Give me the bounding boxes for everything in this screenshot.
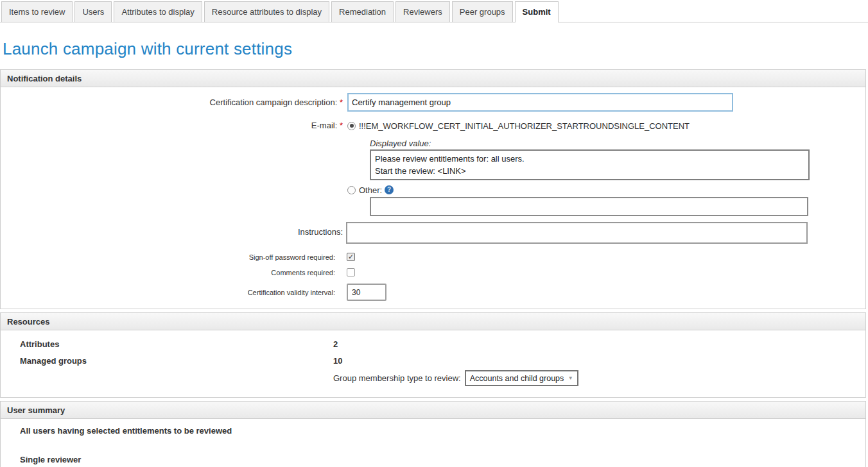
managed-groups-count: 10 xyxy=(333,355,578,367)
membership-type-label: Group membership type to review: xyxy=(333,373,461,383)
membership-type-select[interactable]: Accounts and child groups ▼ xyxy=(465,370,578,386)
email-template-name: !!!EM_WORKFLOW_CERT_INITIAL_AUTHORIZER_S… xyxy=(359,121,690,131)
email-template-option[interactable]: !!!EM_WORKFLOW_CERT_INITIAL_AUTHORIZER_S… xyxy=(347,119,810,132)
notification-details-header: Notification details xyxy=(1,69,865,87)
required-asterisk: * xyxy=(340,98,343,107)
resources-section: Resources Attributes 2 Managed groups 10… xyxy=(0,312,866,398)
options-subform: Sign-off password required: ✓ Comments r… xyxy=(1,253,865,301)
managed-groups-detail: 10 Group membership type to review: Acco… xyxy=(333,355,578,386)
email-template-radio[interactable] xyxy=(347,122,356,130)
user-summary-reviewer: Single reviewer xyxy=(20,455,865,464)
tab-users[interactable]: Users xyxy=(74,1,112,22)
signoff-password-label: Sign-off password required: xyxy=(1,253,335,261)
email-row: E-mail: * !!!EM_WORKFLOW_CERT_INITIAL_AU… xyxy=(1,119,865,216)
campaign-description-row: Certification campaign description: * xyxy=(1,93,865,112)
campaign-description-input[interactable] xyxy=(347,93,733,112)
tab-reviewers[interactable]: Reviewers xyxy=(395,1,450,22)
user-summary-scope: All users having selected entitlements t… xyxy=(20,426,865,436)
tab-submit[interactable]: Submit xyxy=(515,1,559,22)
label-text: E-mail: xyxy=(311,121,337,130)
email-label: E-mail: * xyxy=(1,119,347,132)
displayed-value-textarea[interactable]: Please review entitlements for: all user… xyxy=(370,149,810,180)
managed-groups-row: Managed groups 10 Group membership type … xyxy=(1,355,865,386)
attributes-name: Attributes xyxy=(1,339,333,350)
label-text: Certification campaign description: xyxy=(210,98,338,107)
signoff-password-checkbox[interactable]: ✓ xyxy=(347,253,355,261)
tab-peer-groups[interactable]: Peer groups xyxy=(452,1,513,22)
required-asterisk: * xyxy=(340,121,343,130)
email-other-label: Other: xyxy=(359,185,382,195)
tab-resource-attributes-to-display[interactable]: Resource attributes to display xyxy=(204,1,329,22)
label-text: Instructions: xyxy=(298,227,343,237)
attributes-count: 2 xyxy=(333,339,338,350)
validity-interval-label: Certification validity interval: xyxy=(1,289,335,296)
tab-items-to-review[interactable]: Items to review xyxy=(1,1,73,22)
user-summary-header: User summary xyxy=(1,401,865,419)
validity-interval-row: Certification validity interval: xyxy=(1,284,865,301)
email-options: !!!EM_WORKFLOW_CERT_INITIAL_AUTHORIZER_S… xyxy=(347,119,810,216)
notification-details-section: Notification details Certification campa… xyxy=(0,69,866,309)
section-title: Notification details xyxy=(7,74,82,83)
tab-remediation[interactable]: Remediation xyxy=(331,1,394,22)
email-other-radio[interactable] xyxy=(347,186,356,194)
tab-bar: Items to review Users Attributes to disp… xyxy=(0,0,868,22)
user-summary-body: All users having selected entitlements t… xyxy=(1,419,865,467)
user-summary-section: User summary All users having selected e… xyxy=(0,401,866,467)
comments-required-row: Comments required: xyxy=(1,268,865,276)
resources-header: Resources xyxy=(1,312,865,330)
comments-required-label: Comments required: xyxy=(1,269,335,276)
managed-groups-name: Managed groups xyxy=(1,355,333,367)
comments-required-checkbox[interactable] xyxy=(347,268,355,276)
section-title: User summary xyxy=(7,405,65,415)
help-icon[interactable]: ? xyxy=(385,185,394,194)
displayed-value-label: Displayed value: xyxy=(370,139,810,148)
membership-type-row: Group membership type to review: Account… xyxy=(333,370,578,386)
campaign-description-label: Certification campaign description: * xyxy=(1,93,347,112)
page-title: Launch campaign with current settings xyxy=(3,39,868,59)
instructions-input[interactable] xyxy=(346,222,808,244)
attributes-row: Attributes 2 xyxy=(1,339,865,350)
email-other-input[interactable] xyxy=(370,197,808,216)
section-title: Resources xyxy=(7,317,49,327)
validity-interval-input[interactable] xyxy=(347,284,386,301)
instructions-label: Instructions: xyxy=(1,222,347,242)
signoff-password-row: Sign-off password required: ✓ xyxy=(1,253,865,261)
chevron-down-icon: ▼ xyxy=(568,375,573,381)
resources-body: Attributes 2 Managed groups 10 Group mem… xyxy=(1,330,865,397)
instructions-row: Instructions: xyxy=(1,222,865,244)
membership-type-value: Accounts and child groups xyxy=(470,374,564,383)
email-other-option[interactable]: Other: ? xyxy=(347,184,810,196)
tab-attributes-to-display[interactable]: Attributes to display xyxy=(114,1,202,22)
notification-details-body: Certification campaign description: * E-… xyxy=(1,87,865,309)
